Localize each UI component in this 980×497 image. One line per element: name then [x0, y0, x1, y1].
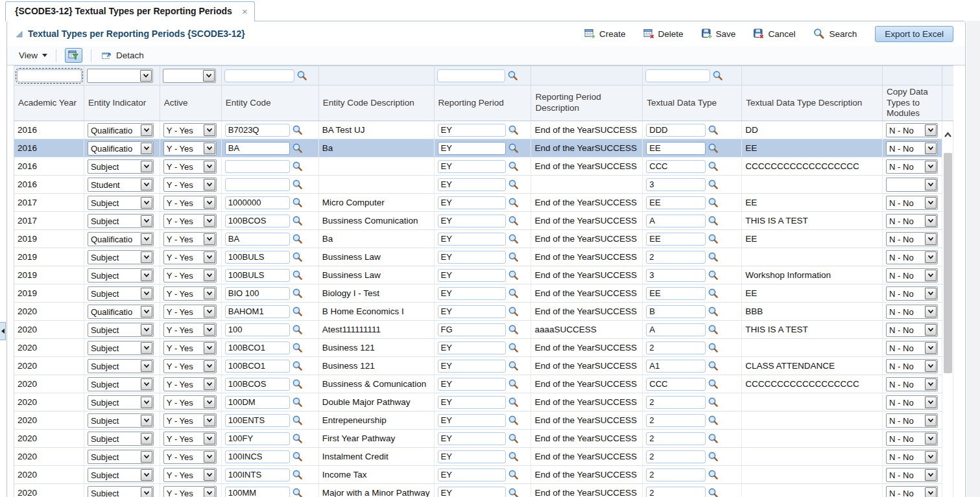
lookup-icon[interactable]: [708, 251, 719, 263]
chevron-down-icon[interactable]: [141, 378, 152, 390]
active-select[interactable]: Y - Yes: [163, 359, 217, 373]
copy_data_types-select[interactable]: N - No: [886, 141, 938, 156]
entity_indicator-select[interactable]: Subject: [88, 468, 154, 482]
chevron-down-icon[interactable]: [141, 306, 152, 318]
active-select[interactable]: Y - Yes: [163, 432, 217, 446]
chevron-down-icon[interactable]: [925, 397, 937, 408]
reporting_period-input[interactable]: [438, 233, 506, 246]
chevron-down-icon[interactable]: [203, 70, 215, 82]
table-row[interactable]: 2020QualificatioY - YesB Home Economics …: [14, 303, 942, 321]
textual_data_type-input[interactable]: [646, 178, 706, 191]
lookup-icon[interactable]: [292, 451, 304, 463]
copy_data_types-select[interactable]: N - No: [886, 359, 938, 373]
copy_data_types-select[interactable]: N - No: [886, 196, 938, 210]
entity_indicator-select[interactable]: Subject: [88, 395, 154, 410]
chevron-down-icon[interactable]: [925, 469, 937, 481]
entity_code-input[interactable]: [225, 269, 290, 282]
chevron-down-icon[interactable]: [204, 324, 215, 336]
textual_data_type-input[interactable]: [646, 142, 706, 155]
active-select[interactable]: Y - Yes: [163, 250, 217, 264]
active-select[interactable]: Y - Yes: [163, 123, 217, 137]
chevron-down-icon[interactable]: [925, 451, 937, 463]
chevron-down-icon[interactable]: [204, 397, 215, 408]
reporting_period-input[interactable]: [438, 487, 506, 497]
entity_code-input[interactable]: [225, 124, 290, 137]
collapse-triangle-icon[interactable]: [15, 30, 23, 38]
textual_data_type-input[interactable]: [646, 160, 706, 173]
lookup-icon[interactable]: [508, 233, 520, 245]
entity_code-input[interactable]: [225, 378, 290, 391]
entity_code-input[interactable]: [225, 214, 290, 227]
copy_data_types-select[interactable]: [886, 178, 938, 192]
chevron-down-icon[interactable]: [141, 288, 152, 299]
reporting_period-input[interactable]: [438, 468, 506, 481]
active-select[interactable]: Y - Yes: [163, 141, 217, 156]
chevron-down-icon[interactable]: [925, 233, 937, 245]
copy_data_types-select[interactable]: N - No: [886, 286, 938, 301]
scrollbar-track[interactable]: [942, 121, 953, 497]
entity_code-input[interactable]: [225, 432, 290, 445]
column-header-entity-indicator[interactable]: Entity Indicator: [84, 86, 160, 121]
view-menu-button[interactable]: View: [19, 51, 47, 60]
lookup-icon[interactable]: [708, 342, 719, 354]
textual_data_type-input[interactable]: [646, 233, 706, 246]
entity_code-input[interactable]: [225, 233, 290, 246]
table-row[interactable]: 2017SubjectY - YesMicro ComputerEnd of t…: [14, 194, 942, 212]
reporting_period-input[interactable]: [438, 378, 506, 391]
table-row[interactable]: 2020SubjectY - YesMajor with a Minor Pat…: [14, 484, 942, 497]
chevron-down-icon[interactable]: [204, 161, 215, 172]
table-row[interactable]: 2020SubjectY - YesBussiness & Comunicati…: [14, 375, 942, 393]
table-row[interactable]: 2020SubjectY - YesIncome TaxEnd of the Y…: [14, 466, 942, 484]
lookup-icon[interactable]: [508, 360, 520, 372]
reporting-period-filter-input[interactable]: [437, 69, 505, 82]
copy_data_types-select[interactable]: N - No: [886, 468, 938, 482]
scrollbar-thumb[interactable]: [944, 153, 952, 373]
lookup-icon[interactable]: [508, 270, 520, 281]
entity_indicator-select[interactable]: Qualificatio: [88, 305, 154, 319]
lookup-icon[interactable]: [292, 397, 304, 408]
entity_indicator-select[interactable]: Subject: [88, 159, 154, 174]
delete-button[interactable]: Delete: [643, 29, 684, 39]
chevron-down-icon[interactable]: [141, 251, 152, 263]
table-row[interactable]: 2020SubjectY - YesBusiness 121End of the…: [14, 339, 942, 357]
entity_indicator-select[interactable]: Subject: [88, 450, 154, 464]
table-row[interactable]: 2020SubjectY - YesInstalment CreditEnd o…: [14, 448, 942, 466]
copy_data_types-select[interactable]: N - No: [886, 377, 938, 391]
entity_indicator-select[interactable]: Subject: [88, 377, 154, 391]
lookup-icon[interactable]: [508, 324, 520, 336]
table-row[interactable]: 2019SubjectY - YesBussiness LawEnd of th…: [14, 266, 942, 284]
entity_indicator-select[interactable]: Subject: [88, 286, 154, 301]
panel-splitter-collapse[interactable]: [0, 322, 6, 340]
lookup-icon[interactable]: [712, 70, 724, 82]
copy_data_types-select[interactable]: N - No: [886, 123, 938, 137]
copy_data_types-select[interactable]: N - No: [886, 305, 938, 319]
lookup-icon[interactable]: [292, 433, 304, 445]
lookup-icon[interactable]: [708, 143, 719, 154]
entity_code-input[interactable]: [225, 468, 290, 481]
chevron-down-icon[interactable]: [141, 469, 152, 481]
entity_indicator-select[interactable]: Qualificatio: [88, 141, 154, 156]
entity_code-input[interactable]: [225, 341, 290, 354]
chevron-down-icon[interactable]: [204, 179, 215, 191]
chevron-down-icon[interactable]: [925, 415, 937, 426]
active-select[interactable]: Y - Yes: [163, 196, 217, 210]
entity-indicator-filter-select[interactable]: [87, 69, 153, 83]
lookup-icon[interactable]: [508, 124, 520, 136]
chevron-down-icon[interactable]: [141, 397, 152, 408]
lookup-icon[interactable]: [292, 306, 304, 318]
column-header-entity-code-description[interactable]: Entity Code Description: [319, 86, 435, 121]
lookup-icon[interactable]: [292, 197, 304, 209]
chevron-down-icon[interactable]: [204, 233, 215, 245]
reporting_period-input[interactable]: [438, 214, 506, 227]
textual_data_type-input[interactable]: [646, 468, 706, 481]
active-select[interactable]: Y - Yes: [163, 232, 217, 246]
entity_code-input[interactable]: [225, 196, 290, 209]
lookup-icon[interactable]: [708, 215, 719, 227]
entity_indicator-select[interactable]: Subject: [88, 214, 154, 228]
lookup-icon[interactable]: [508, 378, 520, 390]
entity_code-input[interactable]: [225, 160, 290, 173]
reporting_period-input[interactable]: [438, 269, 506, 282]
chevron-down-icon[interactable]: [204, 342, 215, 354]
lookup-icon[interactable]: [296, 70, 308, 82]
lookup-icon[interactable]: [508, 306, 520, 318]
